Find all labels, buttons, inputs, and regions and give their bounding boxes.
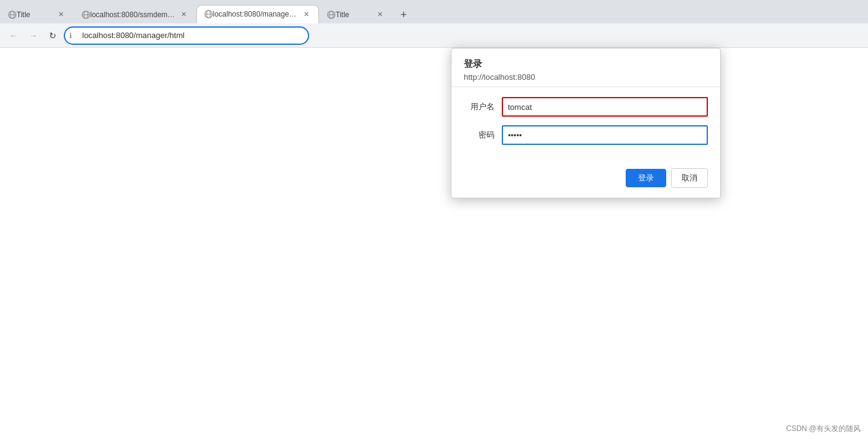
tab-1[interactable]: Title ✕ [0, 5, 74, 23]
globe-icon [8, 10, 17, 19]
tab-3-label: localhost:8080/manager/html [213, 10, 299, 18]
tab-4[interactable]: Title ✕ [319, 5, 393, 23]
tab-1-label: Title [17, 10, 53, 19]
globe-icon-4 [327, 10, 336, 19]
globe-icon-2 [82, 10, 90, 19]
watermark: CSDN @有头发的随风 [786, 424, 861, 434]
dialog-footer: 登录 取消 [451, 163, 720, 198]
tab-4-label: Title [336, 10, 372, 19]
address-input[interactable] [64, 26, 309, 45]
tab-bar: Title ✕ localhost:8080/ssmdemo/hell... ✕… [0, 0, 868, 23]
page-content: 登录 http://localhost:8080 用户名 密码 登录 取消 CS… [0, 48, 868, 439]
dialog-subtitle: http://localhost:8080 [464, 72, 708, 82]
tab-3-close[interactable]: ✕ [301, 9, 311, 19]
dialog-body: 用户名 密码 [451, 87, 720, 163]
dialog-title: 登录 [464, 58, 708, 70]
tab-4-close[interactable]: ✕ [375, 10, 385, 20]
cancel-button[interactable]: 取消 [671, 168, 708, 188]
dialog-header: 登录 http://localhost:8080 [451, 49, 720, 87]
password-input[interactable] [502, 125, 708, 145]
tab-3[interactable]: localhost:8080/manager/html ✕ [196, 5, 319, 23]
tab-2[interactable]: localhost:8080/ssmdemo/hell... ✕ [74, 5, 196, 23]
login-button[interactable]: 登录 [626, 169, 666, 187]
address-bar-container: ℹ [64, 26, 309, 45]
toolbar: ← → ↻ ℹ [0, 23, 868, 48]
username-input[interactable] [502, 97, 708, 117]
tab-1-close[interactable]: ✕ [56, 10, 66, 20]
login-dialog: 登录 http://localhost:8080 用户名 密码 登录 取消 [451, 48, 721, 198]
new-tab-button[interactable]: + [395, 6, 412, 23]
tab-2-close[interactable]: ✕ [179, 10, 188, 20]
forward-button[interactable]: → [25, 27, 42, 44]
globe-icon-3 [204, 10, 213, 18]
browser-chrome: Title ✕ localhost:8080/ssmdemo/hell... ✕… [0, 0, 868, 48]
address-info-icon: ℹ [69, 31, 72, 39]
username-row: 用户名 [464, 97, 708, 117]
username-label: 用户名 [464, 101, 494, 112]
tab-2-label: localhost:8080/ssmdemo/hell... [90, 10, 176, 19]
password-row: 密码 [464, 125, 708, 145]
refresh-button[interactable]: ↻ [44, 27, 61, 44]
password-label: 密码 [464, 130, 494, 141]
back-button[interactable]: ← [5, 27, 22, 44]
